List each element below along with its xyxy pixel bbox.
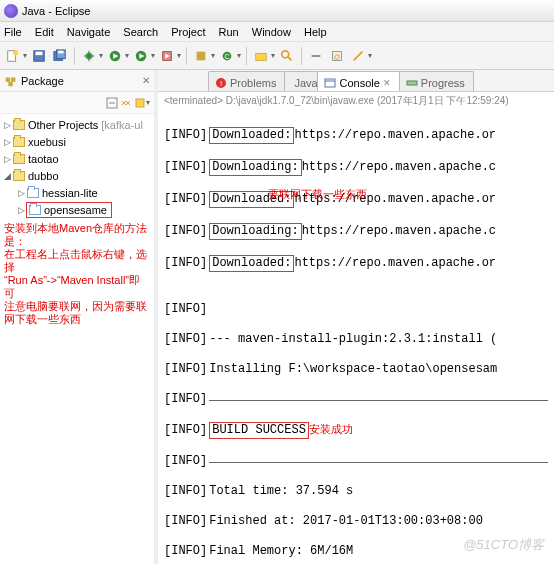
dropdown-icon[interactable]: ▾: [23, 51, 27, 60]
open-type-button[interactable]: [252, 47, 270, 65]
view-menu-icon[interactable]: ▾: [146, 98, 150, 107]
info-tag: [INFO]: [164, 302, 207, 317]
package-explorer: Package ✕ ▾ ▷ Other Projects [kafka-ul ▷…: [0, 70, 158, 564]
menu-window[interactable]: Window: [252, 26, 291, 38]
filter-icon[interactable]: [134, 97, 146, 109]
console-output[interactable]: [INFO] Downloaded: https://repo.maven.ap…: [158, 110, 554, 564]
pencil-button[interactable]: [349, 47, 367, 65]
log-text: Downloading:: [212, 160, 298, 174]
tree-row-dubbo[interactable]: ◢ dubbo: [0, 167, 154, 184]
new-class-button[interactable]: C: [218, 47, 236, 65]
tab-label: Progress: [421, 77, 465, 89]
log-text: Downloaded:: [212, 128, 291, 142]
expand-icon[interactable]: ▷: [16, 188, 26, 198]
svg-text:!: !: [220, 79, 222, 88]
tree-label: Other Projects: [28, 119, 98, 131]
progress-icon: [406, 77, 418, 89]
problems-icon: !: [215, 77, 227, 89]
info-tag: [INFO]: [164, 192, 207, 207]
annotation-success: 安装成功: [309, 422, 353, 437]
tab-label: Console: [339, 77, 379, 89]
tree-row-opensesame[interactable]: ▷ opensesame: [0, 201, 154, 218]
debug-button[interactable]: [80, 47, 98, 65]
link-editor-icon[interactable]: [120, 97, 132, 109]
dropdown-icon[interactable]: ▾: [368, 51, 372, 60]
expand-icon[interactable]: ▷: [2, 120, 12, 130]
dropdown-icon[interactable]: ▾: [99, 51, 103, 60]
tab-progress[interactable]: Progress: [399, 71, 474, 91]
project-tree[interactable]: ▷ Other Projects [kafka-ul ▷ xuebusi ▷ t…: [0, 114, 154, 220]
info-tag: [INFO]: [164, 423, 207, 438]
svg-rect-19: [256, 53, 267, 60]
log-text: https://repo.maven.apache.or: [294, 256, 496, 271]
expand-icon[interactable]: ▷: [2, 154, 12, 164]
menu-search[interactable]: Search: [123, 26, 158, 38]
menu-file[interactable]: File: [4, 26, 22, 38]
console-description: <terminated> D:\java\jdk1.7.0_72\bin\jav…: [158, 92, 554, 110]
tab-javadoc[interactable]: Javadoc: [284, 71, 318, 91]
menu-project[interactable]: Project: [171, 26, 205, 38]
folder-icon: [26, 186, 40, 200]
tree-label: taotao: [28, 153, 59, 165]
main-toolbar: ▾ ▾ ▾ ▾ ▾ ▾ C▾ ▾ @ ▾: [0, 42, 554, 70]
svg-line-21: [288, 56, 292, 60]
dropdown-icon[interactable]: ▾: [151, 51, 155, 60]
dropdown-icon[interactable]: ▾: [177, 51, 181, 60]
svg-rect-37: [407, 81, 417, 85]
collapse-all-icon[interactable]: [106, 97, 118, 109]
new-package-button[interactable]: [192, 47, 210, 65]
terminated-label: <terminated>: [164, 95, 223, 106]
svg-rect-3: [36, 51, 43, 55]
menu-run[interactable]: Run: [219, 26, 239, 38]
info-tag: [INFO]: [164, 332, 207, 347]
svg-rect-35: [325, 79, 335, 87]
run-last-button[interactable]: [132, 47, 150, 65]
svg-point-20: [282, 50, 289, 57]
tree-row-hessian[interactable]: ▷ hessian-lite: [0, 184, 154, 201]
log-text: Total time: 37.594 s: [209, 484, 353, 499]
save-all-button[interactable]: [51, 47, 69, 65]
tab-label: Javadoc: [294, 77, 318, 89]
new-button[interactable]: [4, 47, 22, 65]
dropdown-icon[interactable]: ▾: [125, 51, 129, 60]
dropdown-icon[interactable]: ▾: [271, 51, 275, 60]
tree-row-xuebusi[interactable]: ▷ xuebusi: [0, 133, 154, 150]
javaw-path: D:\java\jdk1.7.0_72\bin\javaw.exe (2017年…: [226, 95, 509, 106]
ext-tools-button[interactable]: [158, 47, 176, 65]
separator: [301, 47, 302, 65]
tab-problems[interactable]: ! Problems: [208, 71, 285, 91]
view-small-icon[interactable]: ✕: [142, 75, 150, 86]
menu-edit[interactable]: Edit: [35, 26, 54, 38]
project-icon: [12, 152, 26, 166]
menu-bar: File Edit Navigate Search Project Run Wi…: [0, 22, 554, 42]
collapse-icon[interactable]: ◢: [2, 171, 12, 181]
dropdown-icon[interactable]: ▾: [211, 51, 215, 60]
annotation-button[interactable]: @: [328, 47, 346, 65]
run-button[interactable]: [106, 47, 124, 65]
info-tag: [INFO]: [164, 160, 207, 175]
log-text: Final Memory: 6M/16M: [209, 544, 353, 559]
menu-help[interactable]: Help: [304, 26, 327, 38]
tree-label: opensesame: [44, 204, 107, 216]
tab-console[interactable]: Console ✕: [317, 71, 399, 91]
close-icon[interactable]: ✕: [383, 78, 391, 88]
tree-row-other[interactable]: ▷ Other Projects [kafka-ul: [0, 116, 154, 133]
log-text: https://repo.maven.apache.or: [294, 128, 496, 143]
svg-rect-22: [312, 55, 321, 57]
svg-rect-27: [11, 77, 15, 81]
menu-navigate[interactable]: Navigate: [67, 26, 110, 38]
log-text: Downloaded:: [212, 256, 291, 270]
log-text: Finished at: 2017-01-01T13:00:03+08:00: [209, 514, 483, 529]
tree-row-taotao[interactable]: ▷ taotao: [0, 150, 154, 167]
info-tag: [INFO]: [164, 128, 207, 143]
log-text: https://repo.maven.apache.c: [302, 160, 496, 175]
tree-label: xuebusi: [28, 136, 66, 148]
dropdown-icon[interactable]: ▾: [237, 51, 241, 60]
log-text: Installing F:\workspace-taotao\opensesam: [209, 362, 497, 377]
toggle-button[interactable]: [307, 47, 325, 65]
expand-icon[interactable]: ▷: [2, 137, 12, 147]
save-button[interactable]: [30, 47, 48, 65]
expand-icon[interactable]: ▷: [16, 205, 26, 215]
search-button[interactable]: [278, 47, 296, 65]
separator: [246, 47, 247, 65]
